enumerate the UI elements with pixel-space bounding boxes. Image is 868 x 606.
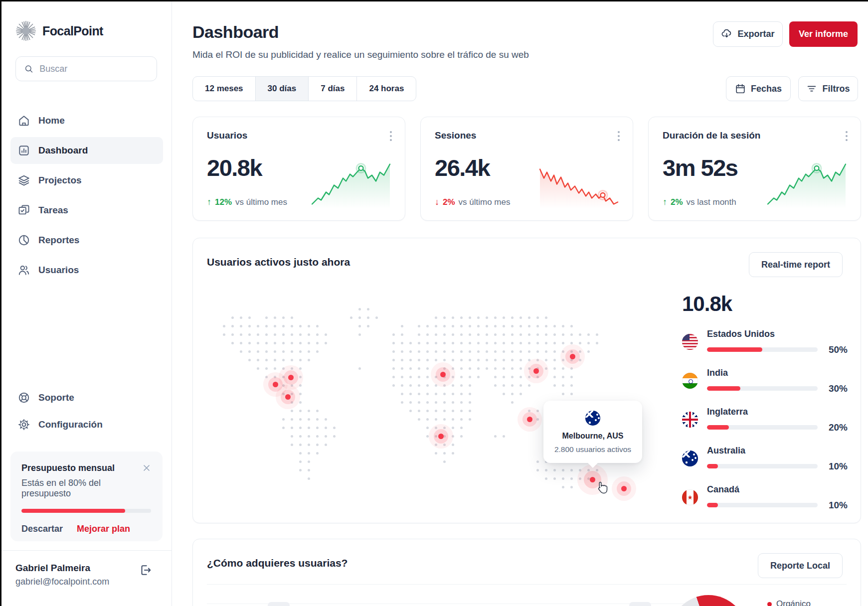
- active-user-marker[interactable]: [570, 354, 575, 359]
- delta-compare: vs último mes: [235, 197, 287, 207]
- active-user-marker[interactable]: [440, 372, 446, 377]
- country-bar-track: [707, 347, 818, 352]
- tooltip-city: Melbourne, AUS: [550, 432, 635, 441]
- tab-7-dias[interactable]: 7 días: [309, 77, 357, 101]
- filter-lines-icon: [806, 83, 817, 94]
- country-row: Estados Unidos 50%: [682, 329, 848, 355]
- country-percent: 50%: [819, 344, 848, 355]
- country-bar-track: [707, 425, 818, 430]
- country-bar-fill: [707, 425, 729, 430]
- budget-title: Presupuesto mensual: [21, 463, 115, 473]
- country-percent: 10%: [819, 461, 848, 472]
- user-email: gabriel@focalpoint.com: [15, 577, 158, 587]
- active-users-card: Usuarios activos justo ahora Real-time r…: [192, 238, 861, 523]
- sidebar-item-soporte[interactable]: Soporte: [10, 384, 163, 411]
- cloud-download-icon: [721, 28, 732, 40]
- kebab-menu-icon[interactable]: [388, 129, 394, 143]
- close-icon[interactable]: [142, 463, 152, 473]
- delta-percent: 2%: [443, 197, 455, 207]
- active-user-marker[interactable]: [273, 382, 278, 387]
- realtime-report-button[interactable]: Real-time report: [749, 252, 843, 277]
- tab-24-horas[interactable]: 24 horas: [357, 77, 416, 101]
- active-user-marker[interactable]: [527, 417, 532, 422]
- flag-australia-icon: [585, 411, 600, 426]
- flag-canada-icon: [682, 489, 698, 505]
- bar-top: [268, 602, 290, 606]
- active-user-marker[interactable]: [621, 486, 627, 491]
- active-user-marker[interactable]: [438, 434, 444, 439]
- country-row: Canadá 10%: [682, 484, 848, 510]
- country-row: Australia 10%: [682, 446, 848, 471]
- divider: [207, 584, 847, 585]
- logout-icon[interactable]: [139, 564, 152, 577]
- budget-dismiss-button[interactable]: Descartar: [21, 524, 63, 534]
- page-subtitle: Mida el ROI de su publicidad y realice u…: [192, 49, 529, 60]
- filters-label: Filtros: [822, 84, 850, 94]
- budget-card: Presupuesto mensual Estás en el 80% del …: [10, 452, 163, 541]
- brand-name: FocalPoint: [42, 24, 103, 38]
- mouse-cursor-icon: [596, 481, 608, 494]
- sidebar-item-label: Soporte: [38, 392, 74, 403]
- delta-down-arrow-icon: ↓: [435, 197, 439, 207]
- dates-button[interactable]: Fechas: [726, 76, 791, 101]
- kebab-menu-icon[interactable]: [844, 129, 850, 143]
- active-user-marker[interactable]: [590, 477, 595, 482]
- sidebar-item-tareas[interactable]: Tareas: [10, 197, 163, 224]
- search-input[interactable]: [39, 64, 149, 74]
- sidebar-secondary-nav: Soporte Configuración: [10, 384, 163, 438]
- country-name: Estados Unidos: [707, 329, 819, 339]
- stat-title: Usuarios: [207, 130, 391, 141]
- country-name: Inglaterra: [707, 407, 819, 417]
- delta-up-arrow-icon: ↑: [663, 197, 667, 207]
- sidebar-nav: Home Dashboard Projectos Tareas Reportes…: [10, 107, 163, 284]
- country-row: India 30%: [682, 368, 848, 394]
- users-icon: [17, 264, 30, 277]
- active-user-marker[interactable]: [533, 368, 539, 374]
- view-report-button[interactable]: Ver informe: [789, 21, 858, 47]
- country-bar-track: [707, 464, 818, 468]
- sidebar-item-dashboard[interactable]: Dashboard: [10, 137, 163, 164]
- tasks-icon: [17, 204, 30, 217]
- kebab-menu-icon[interactable]: [616, 129, 622, 143]
- local-report-button[interactable]: Reporte Local: [758, 553, 843, 578]
- filters-button[interactable]: Filtros: [798, 76, 858, 101]
- sparkline-green: [311, 160, 391, 209]
- home-icon: [17, 114, 30, 127]
- active-user-marker[interactable]: [285, 394, 291, 400]
- tab-30-dias[interactable]: 30 días: [256, 77, 309, 101]
- country-bar-fill: [707, 464, 718, 468]
- country-row: Inglaterra 20%: [682, 407, 848, 433]
- sidebar-item-configuracion[interactable]: Configuración: [10, 411, 163, 438]
- sidebar-item-home[interactable]: Home: [10, 107, 163, 134]
- layers-icon: [17, 174, 30, 187]
- search-box[interactable]: [15, 56, 157, 81]
- delta-percent: 12%: [215, 197, 232, 207]
- active-user-marker[interactable]: [288, 375, 294, 380]
- sidebar-item-usuarios[interactable]: Usuarios: [10, 257, 163, 284]
- date-range-tabs: 12 meses 30 días 7 días 24 horas: [192, 76, 416, 101]
- delta-compare: vs último mes: [459, 197, 511, 207]
- flag-australia-icon: [682, 451, 698, 466]
- sparkline-red: [539, 160, 619, 209]
- user-block: Gabriel Palmeira gabriel@focalpoint.com: [1, 550, 172, 587]
- country-bar-track: [707, 503, 818, 507]
- budget-upgrade-button[interactable]: Mejorar plan: [77, 524, 130, 534]
- stat-title: Duración de la sesión: [663, 130, 847, 141]
- acquisition-card: ¿Cómo adquieres usuarias? Reporte Local …: [192, 539, 861, 606]
- sidebar-item-label: Usuarios: [38, 265, 79, 276]
- sidebar-item-label: Home: [38, 115, 65, 126]
- brand: FocalPoint: [15, 20, 103, 41]
- country-name: Australia: [707, 446, 819, 456]
- legend-label: Orgánico: [776, 599, 811, 606]
- sidebar-item-projectos[interactable]: Projectos: [10, 167, 163, 194]
- active-users-total: 10.8k: [682, 292, 848, 316]
- country-bar-fill: [707, 347, 762, 352]
- dashboard-icon: [17, 144, 30, 157]
- tab-12-meses[interactable]: 12 meses: [193, 77, 256, 101]
- sidebar-item-reportes[interactable]: Reportes: [10, 227, 163, 254]
- stat-card-sesiones: Sesiones 26.4k ↓ 2% vs último mes: [420, 117, 633, 221]
- export-button[interactable]: Exportar: [713, 21, 783, 47]
- stat-card-usuarios: Usuarios 20.8k ↑ 12% vs último mes: [192, 117, 405, 221]
- bar-top: [629, 602, 651, 606]
- active-users-title: Usuarios activos justo ahora: [207, 256, 350, 268]
